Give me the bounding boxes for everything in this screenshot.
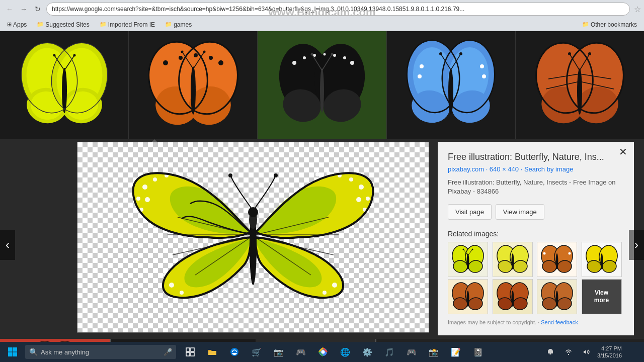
svg-point-19 [163,60,168,65]
svg-rect-153 [186,348,190,351]
related-thumb-5[interactable] [448,279,488,314]
svg-point-23 [218,60,223,65]
xbox-icon[interactable]: 🎮 [401,342,422,362]
strip-image-4[interactable] [387,31,516,139]
onenote-icon[interactable]: 📓 [468,342,488,362]
media-player-icon[interactable]: 🎵 [379,342,399,362]
svg-point-61 [439,52,442,55]
svg-point-63 [459,52,462,55]
microphone-icon[interactable]: 🎤 [164,348,172,356]
related-thumb-7[interactable] [537,279,577,314]
related-butterfly-svg-1 [450,244,486,275]
info-panel: ✕ Free illustration: Butterfly, Nature, … [438,142,634,335]
strip-image-2[interactable] [129,31,258,139]
svg-point-20 [179,56,183,60]
view-more-label: View more [592,284,611,310]
imported-from-label: Imported From IE [108,21,155,28]
date-display: 3/15/2016 [597,352,622,359]
system-clock[interactable]: 4:27 PM 3/15/2016 [597,345,622,359]
svg-point-80 [153,177,157,182]
folder-icon-other: 📁 [582,21,589,28]
related-label: Related images: [448,230,624,238]
svg-point-8 [62,68,67,113]
chrome-icon[interactable] [313,342,333,362]
svg-point-56 [418,74,422,78]
svg-point-136 [467,291,469,307]
svg-point-105 [274,173,278,177]
bookmark-games[interactable]: 📁 games [162,20,195,29]
svg-point-24 [191,66,196,115]
image-source: pixabay.com · 640 × 440 · Search by imag… [448,165,624,173]
svg-point-57 [480,64,484,68]
back-button[interactable]: ← [3,3,16,16]
svg-rect-149 [8,347,13,352]
photos-icon[interactable]: 📷 [269,342,289,362]
apps-label: Apps [13,21,27,28]
notification-icon[interactable] [542,342,558,362]
prev-image-button[interactable]: ‹ [0,230,15,260]
word-icon[interactable]: 📝 [446,342,466,362]
view-image-button[interactable]: View image [496,204,544,220]
butterfly-svg-2 [145,38,241,133]
suggested-sites-label: Suggested Sites [45,21,89,28]
chrome-svg-icon [318,347,328,356]
svg-point-94 [366,197,370,201]
copyright-text: Images may be subject to copyright. · [448,319,541,325]
svg-rect-151 [8,352,13,357]
butterfly-svg-5 [533,39,626,132]
related-thumb-1[interactable] [448,242,488,277]
related-thumb-2[interactable] [493,242,533,277]
close-button[interactable]: ✕ [617,146,629,158]
task-view-button[interactable] [180,342,200,362]
store-icon[interactable]: 🛒 [247,342,267,362]
next-image-button[interactable]: › [629,230,644,260]
svg-point-12 [73,54,75,56]
taskbar-search-bar[interactable]: 🔍 Ask me anything 🎤 [25,345,176,359]
browser-chrome: ← → ↻ ☆ ⊞ Apps 📁 Suggested Sites 📁 Impor… [0,0,644,31]
svg-point-131 [600,253,603,269]
butterfly-svg-4 [406,39,496,132]
photo-app-icon[interactable]: 📸 [424,342,444,362]
view-more-button[interactable]: View more [582,279,622,314]
folder-icon-3: 📁 [165,21,172,28]
ie-browser-icon[interactable]: 🌐 [335,342,355,362]
system-tray: 4:27 PM 3/15/2016 [542,342,644,362]
related-thumb-6[interactable] [493,279,533,314]
games-taskbar-icon[interactable]: 🎮 [291,342,311,362]
strip-image-5[interactable] [516,31,644,139]
file-explorer-icon[interactable] [202,342,222,362]
nav-bar: ← → ↻ ☆ [0,0,644,18]
image-title: Free illustration: Butterfly, Nature, In… [448,152,624,162]
bookmarks-bar: ⊞ Apps 📁 Suggested Sites 📁 Imported From… [0,18,644,31]
strip-image-3[interactable] [258,31,386,139]
volume-icon[interactable] [579,342,595,362]
source-link[interactable]: pixabay.com · 640 × 440 · Search by imag… [448,165,573,173]
svg-point-44 [311,53,313,55]
volume-svg-icon [583,348,590,355]
refresh-button[interactable]: ↻ [31,3,44,16]
related-thumb-3[interactable] [537,242,577,277]
settings-icon[interactable]: ⚙️ [357,342,377,362]
related-butterfly-svg-6 [495,282,530,312]
main-butterfly-bg [77,142,429,332]
svg-point-10 [53,54,55,56]
modal-image-panel [77,142,429,333]
strip-image-1[interactable] [0,31,129,139]
bookmark-imported-from[interactable]: 📁 Imported From IE [97,20,158,29]
network-icon[interactable] [560,342,577,362]
bookmark-other[interactable]: 📁 Other bookmarks [579,20,640,29]
related-thumb-4[interactable] [582,242,622,277]
address-bar[interactable] [46,3,630,16]
edge-browser-icon[interactable] [224,342,245,362]
svg-point-78 [588,52,591,55]
task-view-icon [186,347,195,356]
start-button[interactable] [0,342,25,362]
send-feedback-link[interactable]: Send feedback [541,319,578,325]
butterfly-svg-3 [277,40,367,131]
bookmark-apps[interactable]: ⊞ Apps [4,20,30,29]
visit-page-button[interactable]: Visit page [448,204,492,220]
bookmark-star-icon[interactable]: ☆ [634,5,641,14]
svg-point-141 [511,291,514,307]
forward-button[interactable]: → [17,3,30,16]
bookmark-suggested-sites[interactable]: 📁 Suggested Sites [34,20,92,29]
